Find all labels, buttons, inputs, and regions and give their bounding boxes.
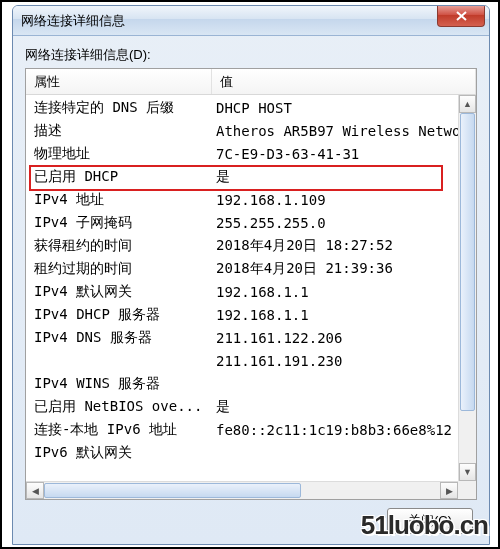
close-button[interactable] [437, 6, 485, 27]
value-cell: 是 [212, 398, 476, 416]
column-header-row: 属性 值 [26, 69, 476, 95]
list-row[interactable]: 连接特定的 DNS 后缀DHCP HOST [26, 96, 476, 119]
property-cell: 连接特定的 DNS 后缀 [26, 99, 212, 117]
list-row[interactable]: 211.161.191.230 [26, 349, 476, 372]
value-cell: 211.161.122.206 [212, 330, 476, 346]
list-row[interactable]: IPv4 子网掩码255.255.255.0 [26, 211, 476, 234]
list-row[interactable]: 连接-本地 IPv6 地址fe80::2c11:1c19:b8b3:66e8%1… [26, 418, 476, 441]
property-cell: 连接-本地 IPv6 地址 [26, 421, 212, 439]
value-cell: Atheros AR5B97 Wireless Network [212, 123, 476, 139]
horizontal-scroll-thumb[interactable] [44, 483, 301, 498]
value-cell: 2018年4月20日 18:27:52 [212, 237, 476, 255]
value-cell: DHCP HOST [212, 100, 476, 116]
vertical-scroll-thumb[interactable] [460, 113, 475, 411]
property-cell: 已启用 NetBIOS ove... [26, 398, 212, 416]
value-cell: 7C-E9-D3-63-41-31 [212, 146, 476, 162]
list-row[interactable]: 获得租约的时间2018年4月20日 18:27:52 [26, 234, 476, 257]
property-cell: 描述 [26, 122, 212, 140]
list-row[interactable]: 物理地址7C-E9-D3-63-41-31 [26, 142, 476, 165]
dialog-window: 网络连接详细信息 网络连接详细信息(D): 属性 值 连接特定的 DNS 后缀D… [12, 5, 490, 545]
list-row[interactable]: IPv4 默认网关192.168.1.1 [26, 280, 476, 303]
close-icon [456, 11, 467, 21]
property-cell: IPv4 子网掩码 [26, 214, 212, 232]
window-title: 网络连接详细信息 [21, 12, 125, 30]
list-row[interactable]: IPv6 默认网关 [26, 441, 476, 464]
scrollbar-corner [458, 481, 476, 499]
list-row[interactable]: 已启用 NetBIOS ove...是 [26, 395, 476, 418]
property-cell: IPv4 WINS 服务器 [26, 375, 212, 393]
list-row[interactable]: 已启用 DHCP是 [26, 165, 476, 188]
value-cell: fe80::2c11:1c19:b8b3:66e8%12 [212, 422, 476, 438]
value-cell: 192.168.1.1 [212, 284, 476, 300]
close-dialog-button[interactable]: 关闭(C) [387, 508, 473, 534]
value-cell: 2018年4月20日 21:39:36 [212, 260, 476, 278]
scroll-up-button[interactable]: ▲ [459, 95, 476, 113]
value-cell: 255.255.255.0 [212, 215, 476, 231]
value-cell: 192.168.1.1 [212, 307, 476, 323]
value-cell: 211.161.191.230 [212, 353, 476, 369]
list-row[interactable]: 租约过期的时间2018年4月20日 21:39:36 [26, 257, 476, 280]
scroll-down-button[interactable]: ▼ [459, 463, 476, 481]
column-header-property[interactable]: 属性 [26, 69, 212, 94]
horizontal-scrollbar[interactable]: ◀ ▶ [26, 481, 458, 499]
vertical-scrollbar[interactable]: ▲ ▼ [458, 95, 476, 481]
property-cell: 已启用 DHCP [26, 168, 212, 186]
list-row[interactable]: IPv4 DNS 服务器211.161.122.206 [26, 326, 476, 349]
property-cell: IPv4 DNS 服务器 [26, 329, 212, 347]
list-row[interactable]: IPv4 DHCP 服务器192.168.1.1 [26, 303, 476, 326]
property-cell: IPv4 DHCP 服务器 [26, 306, 212, 324]
details-listview[interactable]: 属性 值 连接特定的 DNS 后缀DHCP HOST描述Atheros AR5B… [25, 68, 477, 500]
property-cell: 租约过期的时间 [26, 260, 212, 278]
property-cell: IPv6 默认网关 [26, 444, 212, 462]
list-row[interactable]: 描述Atheros AR5B97 Wireless Network [26, 119, 476, 142]
list-row[interactable]: IPv4 WINS 服务器 [26, 372, 476, 395]
property-cell: 获得租约的时间 [26, 237, 212, 255]
group-label: 网络连接详细信息(D): [25, 46, 477, 64]
scroll-right-button[interactable]: ▶ [440, 482, 458, 499]
list-row[interactable]: IPv4 地址192.168.1.109 [26, 188, 476, 211]
property-cell: IPv4 地址 [26, 191, 212, 209]
property-cell: 物理地址 [26, 145, 212, 163]
titlebar[interactable]: 网络连接详细信息 [13, 6, 489, 36]
scroll-left-button[interactable]: ◀ [26, 482, 44, 499]
value-cell: 192.168.1.109 [212, 192, 476, 208]
column-header-value[interactable]: 值 [212, 69, 476, 94]
value-cell: 是 [212, 168, 476, 186]
property-cell: IPv4 默认网关 [26, 283, 212, 301]
